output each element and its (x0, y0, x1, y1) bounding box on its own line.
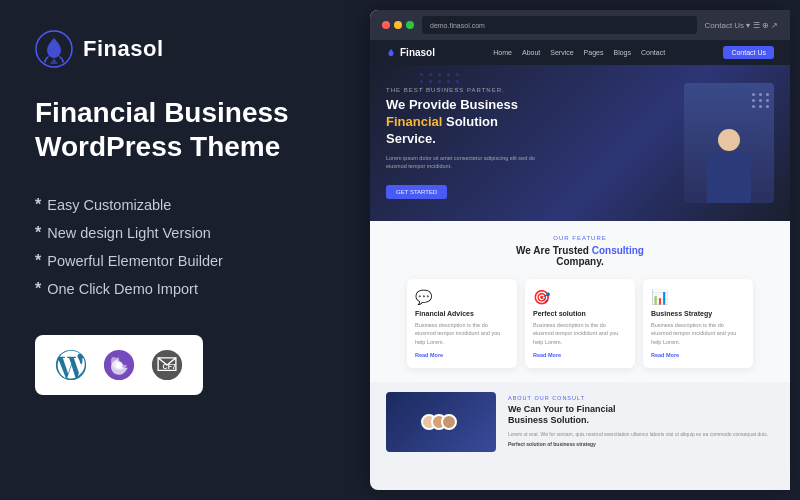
hero-cta-button[interactable]: GET STARTED (386, 185, 447, 199)
feature-text-3: Business description is the do eiusmod t… (651, 321, 745, 346)
theme-preview: Finasol Home About Service Pages Blogs C… (370, 40, 790, 490)
theme-hero: THE BEST BUSINESS PARTNER. We Provide Bu… (370, 65, 790, 221)
hero-image (684, 83, 774, 203)
right-panel: demo.finasol.com Contact Us ▾ ☰ ⊕ ↗ Fina… (370, 10, 790, 490)
logo-text: Finasol (83, 36, 164, 62)
nav-logo: Finasol (386, 47, 435, 58)
redux-badge (101, 347, 137, 383)
feature-title-1: Financial Advices (415, 310, 509, 317)
hero-text: THE BEST BUSINESS PARTNER. We Provide Bu… (386, 87, 684, 199)
dot-yellow (394, 21, 402, 29)
theme-navbar: Finasol Home About Service Pages Blogs C… (370, 40, 790, 65)
about-image (386, 392, 496, 452)
dot-red (382, 21, 390, 29)
feature-readmore-1[interactable]: Read More (415, 352, 509, 358)
feature-card-1: 💬 Financial Advices Business description… (407, 279, 517, 368)
about-section: ABOUT OUR CONSULT We Can Your to Financi… (370, 382, 790, 462)
features-title: We Are Trusted Consulting Company. (386, 245, 774, 267)
feature-readmore-2[interactable]: Read More (533, 352, 627, 358)
feature-card-2: 🎯 Perfect solution Business description … (525, 279, 635, 368)
contactform-badge: CF7 (149, 347, 185, 383)
svg-text:CF7: CF7 (163, 363, 176, 371)
features-section: OUR FEATURE We Are Trusted Consulting Co… (370, 221, 790, 382)
feature-item-3: Powerful Elementor Builder (35, 247, 335, 275)
feature-icon-3: 📊 (651, 289, 745, 305)
feature-text-1: Business description is the do eiusmod t… (415, 321, 509, 346)
features-cards: 💬 Financial Advices Business description… (386, 279, 774, 368)
plugin-badges: CF7 (35, 335, 203, 395)
hero-sub: Lorem ipsum dolor sit amet consectetur a… (386, 154, 536, 171)
about-text: ABOUT OUR CONSULT We Can Your to Financi… (508, 395, 774, 449)
logo-area: Finasol (35, 30, 335, 68)
features-list: Easy Customizable New design Light Versi… (35, 191, 335, 303)
about-img-bg (386, 392, 496, 452)
browser-actions: Contact Us ▾ ☰ ⊕ ↗ (705, 21, 778, 30)
feature-readmore-3[interactable]: Read More (651, 352, 745, 358)
logo-icon (35, 30, 73, 68)
browser-bar: demo.finasol.com Contact Us ▾ ☰ ⊕ ↗ (370, 10, 790, 40)
feature-card-3: 📊 Business Strategy Business description… (643, 279, 753, 368)
dot-green (406, 21, 414, 29)
browser-url: demo.finasol.com (422, 16, 697, 34)
about-desc-1: Lorem ut erat. We for veniam, quis nostr… (508, 431, 774, 439)
feature-icon-1: 💬 (415, 289, 509, 305)
about-people (425, 414, 457, 430)
feature-title-2: Perfect solution (533, 310, 627, 317)
left-panel: Finasol Financial Business WordPress The… (0, 0, 370, 500)
feature-item-1: Easy Customizable (35, 191, 335, 219)
svg-point-3 (115, 362, 122, 369)
feature-item-4: One Click Demo Import (35, 275, 335, 303)
browser-dots (382, 21, 414, 29)
about-desc-2: Perfect solution of business strategy (508, 441, 774, 449)
feature-title-3: Business Strategy (651, 310, 745, 317)
about-title: We Can Your to Financial Business Soluti… (508, 404, 774, 427)
hero-tagline: THE BEST BUSINESS PARTNER. (386, 87, 684, 93)
about-label: ABOUT OUR CONSULT (508, 395, 774, 401)
nav-links: Home About Service Pages Blogs Contact (493, 49, 665, 56)
feature-item-2: New design Light Version (35, 219, 335, 247)
feature-text-2: Business description is the do eiusmod t… (533, 321, 627, 346)
person-silhouette (707, 129, 751, 203)
wordpress-badge (53, 347, 89, 383)
theme-title: Financial Business WordPress Theme (35, 96, 335, 163)
features-subtitle: OUR FEATURE (386, 235, 774, 241)
hero-headline: We Provide Business Financial Solution S… (386, 97, 684, 148)
hero-side-dots (752, 93, 770, 108)
nav-cta-button[interactable]: Contact Us (723, 46, 774, 59)
feature-icon-2: 🎯 (533, 289, 627, 305)
